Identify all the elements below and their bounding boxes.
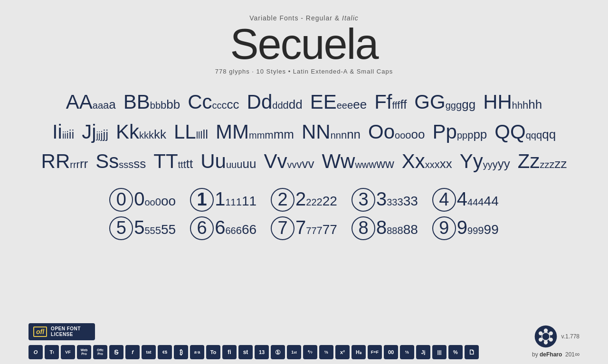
svg-point-3 xyxy=(543,340,547,344)
icon-btn-slash[interactable]: ²⁄₅ xyxy=(319,345,333,359)
icon-btn-aa[interactable]: a·a xyxy=(190,345,204,359)
numbers-row-2: 5 555555 6 666666 7 777777 8 888888 9 99… xyxy=(109,216,499,240)
letter-group-M: MMmmmmm xyxy=(216,119,294,145)
icon-btn-bars[interactable]: ||| xyxy=(432,345,446,359)
icon-btn-1st[interactable]: 1st xyxy=(287,345,301,359)
num-group-3: 3 333333 xyxy=(352,188,418,212)
icon-btn-percent[interactable]: % xyxy=(448,345,463,359)
letter-group-V: Vvvvvvv xyxy=(264,149,314,175)
icon-btn-frac67[interactable]: ⁶⁄₇ xyxy=(303,345,317,359)
footer: ofl OPEN FONTLICENSE O Tt VF WebPro Offc… xyxy=(0,323,608,359)
icon-btn-WebPro[interactable]: WebPro xyxy=(77,345,91,359)
letter-group-N: NNnnnnn xyxy=(302,119,361,145)
ofl-badge: ofl OPEN FONTLICENSE xyxy=(28,323,95,340)
num-group-6: 6 666666 xyxy=(190,216,256,240)
letter-group-R: RRrrrrr xyxy=(41,149,88,175)
icon-btn-x2[interactable]: x² xyxy=(335,345,350,359)
main-container: Variable Fonts - Regular & Italic Secuel… xyxy=(0,0,608,364)
letter-group-L: LLlllll xyxy=(174,119,208,145)
main-title: Secuela xyxy=(215,23,393,65)
letter-group-S: Sssssss xyxy=(95,149,146,175)
icon-btn-circled1[interactable]: ① xyxy=(271,345,285,359)
letter-group-W: Wwwwwww xyxy=(322,149,394,175)
num-group-9: 9 999999 xyxy=(432,216,499,240)
ofl-logo: ofl xyxy=(33,327,47,337)
icon-btn-S[interactable]: S xyxy=(109,345,124,359)
icon-btn-O[interactable]: O xyxy=(28,345,43,359)
icon-btn-OffcPro[interactable]: OffcPro xyxy=(93,345,107,359)
num-group-7: 7 777777 xyxy=(271,216,337,240)
icon-bar: O Tt VF WebPro OffcPro S f tat €$ ₿ a·a … xyxy=(28,345,479,359)
letter-group-D: Ddddddd xyxy=(247,89,303,115)
num-group-5: 5 555555 xyxy=(109,216,176,240)
letter-group-I: Iiiiiii xyxy=(52,119,74,145)
letter-group-A: AAaaaa xyxy=(66,89,116,115)
svg-point-6 xyxy=(539,338,542,342)
letter-group-X: Xxxxxxx xyxy=(402,149,452,175)
alphabet-row-3: RRrrrrr Sssssss TTttttt Uuuuuuu Vvvvvvv … xyxy=(28,149,580,175)
icon-btn-currency[interactable]: €$ xyxy=(158,345,172,359)
letter-group-G: GGggggg xyxy=(414,89,475,115)
svg-point-7 xyxy=(549,338,552,342)
num-group-0: 0 0oo0oo xyxy=(109,188,176,212)
icon-btn-Jj[interactable]: Jj xyxy=(416,345,430,359)
letter-group-Y: Yyyyyyy xyxy=(460,149,510,175)
letter-group-B: BBbbbbb xyxy=(124,89,180,115)
icon-btn-13[interactable]: 13 xyxy=(255,345,269,359)
tagline: 778 glyphs · 10 Styles • Latin Extended-… xyxy=(215,68,393,75)
letter-group-P: Ppppppp xyxy=(433,119,487,145)
reel-container: v.1.778 xyxy=(534,325,580,348)
num-group-1: 1 111111 xyxy=(190,188,256,212)
ofl-text: OPEN FONTLICENSE xyxy=(51,326,81,337)
icon-btn-00[interactable]: 00 xyxy=(384,345,398,359)
letter-group-Z: Zzzzzzz xyxy=(518,149,567,175)
film-reel-icon xyxy=(534,325,558,348)
icon-btn-FequalsF[interactable]: F=F xyxy=(368,345,382,359)
icon-btn-f[interactable]: f xyxy=(125,345,140,359)
icon-btn-B[interactable]: ₿ xyxy=(174,345,188,359)
footer-right: v.1.778 by deFharo 201∞ xyxy=(532,325,580,358)
alphabet-section: AAaaaa BBbbbbb Ccccccc Ddddddd EEeeeee F… xyxy=(28,89,580,178)
svg-point-4 xyxy=(539,331,542,335)
icon-btn-frac25[interactable]: ²⁄₅ xyxy=(400,345,414,359)
letter-group-K: Kkkkkkk xyxy=(116,119,166,145)
icon-btn-folder[interactable]: 🗋 xyxy=(465,345,479,359)
icon-btn-To[interactable]: To xyxy=(206,345,220,359)
icon-btn-tat[interactable]: tat xyxy=(142,345,156,359)
num-group-8: 8 888888 xyxy=(352,216,418,240)
letter-group-U: Uuuuuuu xyxy=(200,149,256,175)
letter-group-F: Fffffff xyxy=(374,89,407,115)
letter-group-C: Ccccccc xyxy=(188,89,239,115)
letter-group-H: HHhhhhh xyxy=(483,89,542,115)
version-text: v.1.778 xyxy=(561,333,580,340)
icon-btn-H2[interactable]: H₂ xyxy=(352,345,366,359)
alphabet-row-1: AAaaaa BBbbbbb Ccccccc Ddddddd EEeeeee F… xyxy=(28,89,580,115)
letter-group-O: Ooooooo xyxy=(368,119,425,145)
icon-btn-st[interactable]: st xyxy=(238,345,253,359)
numbers-row-1: 0 0oo0oo 1 111111 2 222222 3 333333 4 44… xyxy=(109,188,499,212)
num-group-4: 4 444444 xyxy=(432,188,499,212)
num-group-2: 2 222222 xyxy=(271,188,337,212)
letter-group-E: EEeeeee xyxy=(310,89,367,115)
letter-group-Q: QQqqqqq xyxy=(494,119,556,145)
svg-point-5 xyxy=(549,331,552,335)
header: Variable Fonts - Regular & Italic Secuel… xyxy=(215,14,393,75)
svg-point-2 xyxy=(543,328,547,332)
numbers-section: 0 0oo0oo 1 111111 2 222222 3 333333 4 44… xyxy=(109,188,499,245)
letter-group-T: TTttttt xyxy=(153,149,193,175)
author-name: deFharo xyxy=(540,351,562,358)
icon-btn-fi[interactable]: fi xyxy=(222,345,237,359)
alphabet-row-2: Iiiiiii Jjjjjjj Kkkkkkk LLlllll MMmmmmm … xyxy=(28,119,580,145)
icon-btn-VF[interactable]: VF xyxy=(61,345,75,359)
letter-group-J: Jjjjjjj xyxy=(82,119,108,145)
credit-text: by deFharo 201∞ xyxy=(532,350,580,358)
footer-left: ofl OPEN FONTLICENSE O Tt VF WebPro Offc… xyxy=(28,323,479,359)
icon-btn-Tt[interactable]: Tt xyxy=(45,345,59,359)
